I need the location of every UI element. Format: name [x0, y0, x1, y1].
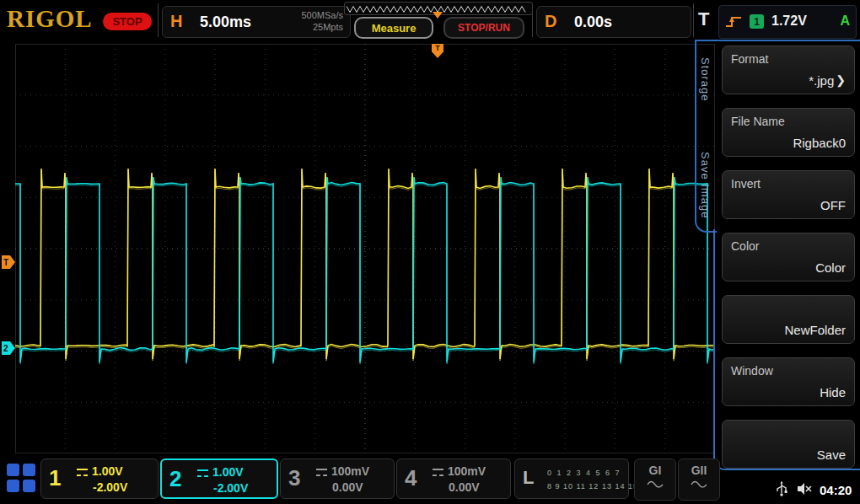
menu-item-value: *.jpg: [809, 73, 834, 88]
menu-item-window[interactable]: Window Hide: [722, 357, 855, 406]
channel-number: 3: [288, 465, 300, 491]
channel-offset: 0.00V: [332, 480, 363, 494]
menu-item-file-name[interactable]: File Name Rigback0: [722, 108, 855, 157]
rigol-logo: RIGOL: [7, 5, 93, 33]
menu-item-value: OFF: [820, 198, 846, 212]
source2-label: GII: [679, 464, 719, 477]
sine-wave-icon: [646, 480, 664, 489]
menu-item-value: Save: [817, 448, 846, 462]
channel-offset: 0.00V: [449, 480, 480, 494]
channel2-ground-marker[interactable]: 2: [2, 341, 15, 355]
menu-item-save[interactable]: Save: [722, 420, 855, 469]
channel-scale: 100mV: [331, 464, 369, 478]
dc-coupling-icon: [77, 469, 88, 476]
menu-item-label: File Name: [731, 115, 846, 128]
clock-display: 04:20: [820, 483, 852, 497]
timebase-value: 5.00ms: [200, 13, 251, 31]
channel-4-box[interactable]: 4 100mV 0.00V: [396, 458, 511, 499]
source1-label: GI: [635, 464, 675, 477]
source2-box[interactable]: GII: [678, 458, 720, 501]
oscilloscope-screen: RIGOL STOP H 5.00ms 500MSa/s 25Mpts Meas…: [0, 0, 860, 504]
usb-icon: [776, 480, 787, 497]
menu-item-value: Hide: [820, 385, 846, 399]
channel-scale: 1.00V: [212, 465, 244, 479]
channel-offset: -2.00V: [213, 481, 248, 495]
logic-channels-row1: 0 1 2 3 4 5 6 7: [547, 466, 638, 480]
delay-label: D: [545, 12, 556, 31]
logic-channels-row2: 8 9 10 11 12 13 14 15: [547, 480, 638, 493]
stop-run-button[interactable]: STOP/RUN: [443, 17, 524, 39]
horizontal-label: H: [170, 12, 182, 31]
channel-1-box[interactable]: 1 1.00V -2.00V: [40, 458, 159, 499]
memory-depth: 25Mpts: [301, 21, 343, 33]
run-state-badge: STOP: [103, 13, 152, 30]
sine-wave-icon: [690, 480, 708, 489]
menu-item-color[interactable]: Color Color: [722, 233, 855, 281]
dc-coupling-icon: [433, 469, 443, 476]
divider: [532, 3, 533, 37]
channel-scale: 1.00V: [92, 464, 123, 478]
menu-item-value: Color: [815, 260, 846, 275]
logic-channels-box[interactable]: L 0 1 2 3 4 5 6 7 8 9 10 11 12 13 14 15: [514, 458, 629, 499]
menu-item-value: Rigback0: [793, 136, 846, 150]
trigger-source-badge: 1: [750, 14, 764, 29]
chevron-right-icon: ❯: [836, 73, 846, 88]
tab-storage[interactable]: Storage: [699, 57, 712, 102]
channel-number: 2: [169, 466, 181, 492]
menu-item-label: Color: [731, 239, 846, 253]
channel-3-box[interactable]: 3 100mV 0.00V: [280, 458, 395, 499]
dc-coupling-icon: [316, 469, 327, 476]
trigger-level-value: 1.72V: [771, 13, 807, 29]
trigger-label: T: [698, 8, 709, 30]
measure-button[interactable]: Measure: [354, 17, 433, 39]
delay-value: 0.00s: [574, 13, 612, 31]
tab-save-image[interactable]: Save Image: [699, 152, 712, 218]
channel-number: 1: [49, 465, 61, 491]
menu-item-format[interactable]: Format *.jpg ❯: [722, 46, 855, 94]
storage-menu: Format *.jpg ❯ File Name Rigback0 Invert…: [722, 46, 855, 469]
horizontal-settings-box[interactable]: H 5.00ms 500MSa/s 25Mpts: [162, 6, 351, 38]
sample-rate: 500MSa/s: [301, 9, 343, 21]
divider: [693, 3, 694, 37]
trigger-slope-icon: [724, 13, 743, 30]
menu-item-label: Invert: [731, 177, 846, 190]
channel-offset: -2.00V: [93, 480, 127, 494]
trigger-level-marker[interactable]: T: [2, 255, 15, 269]
speaker-muted-icon: [796, 480, 813, 497]
memory-trigger-marker[interactable]: [433, 12, 443, 19]
source1-box[interactable]: GI: [634, 458, 676, 501]
menu-item-new-folder[interactable]: NewFolder: [722, 295, 855, 344]
menu-panel-outline: [695, 40, 860, 41]
dc-coupling-icon: [197, 469, 208, 477]
delay-settings-box[interactable]: D 0.00s: [536, 6, 691, 38]
logic-label: L: [523, 467, 534, 489]
menu-item-label: Window: [731, 364, 846, 378]
menu-item-invert[interactable]: Invert OFF: [722, 170, 855, 219]
menu-item-value: NewFolder: [784, 323, 846, 337]
waveform-display: [15, 44, 715, 453]
trigger-settings-box[interactable]: 1 1.72V A: [718, 5, 857, 39]
divider: [158, 3, 159, 37]
menu-item-label: Format: [731, 52, 846, 66]
channel-2-box[interactable]: 2 1.00V -2.00V: [160, 458, 278, 499]
trigger-mode: A: [840, 13, 850, 29]
menu-grid-icon[interactable]: [7, 464, 35, 492]
channel-number: 4: [405, 465, 417, 491]
channel-scale: 100mV: [448, 464, 486, 478]
